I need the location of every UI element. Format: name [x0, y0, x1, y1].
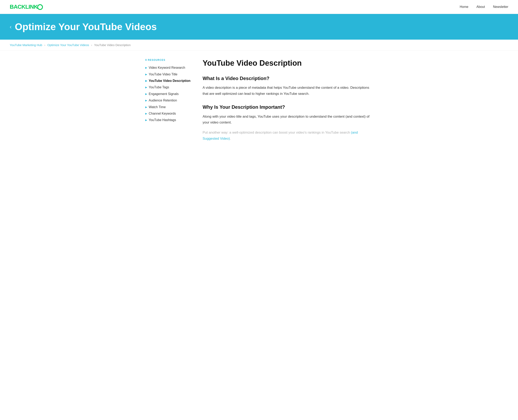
logo-o-circle: [37, 4, 43, 10]
breadcrumb-item-parent[interactable]: Optimize Your YouTube Videos: [47, 43, 89, 47]
sidebar-item-label: Watch Time: [149, 105, 166, 109]
section1-heading: What Is a Video Description?: [202, 75, 373, 82]
sidebar-item-tags[interactable]: ▶ YouTube Tags: [145, 85, 190, 90]
chevron-icon: ▶: [145, 73, 147, 76]
sidebar: 9 RESOURCES ▶ Video Keyword Research ▶ Y…: [145, 59, 190, 146]
chevron-icon: ▶: [145, 112, 147, 115]
sidebar-item-label: YouTube Video Description: [149, 79, 190, 83]
content-title: YouTube Video Description: [202, 59, 373, 68]
chevron-icon: ▶: [145, 99, 147, 102]
sidebar-item-engagement[interactable]: ▶ Engagement Signals: [145, 92, 190, 96]
chevron-icon: ▶: [145, 105, 147, 109]
section3-para: Put another way: a well-optimized descri…: [202, 130, 373, 142]
hero-title: Optimize Your YouTube Videos: [15, 21, 157, 32]
chevron-icon: ▶: [145, 79, 147, 83]
hero-banner: ‹ Optimize Your YouTube Videos: [0, 14, 518, 40]
chevron-icon: ▶: [145, 92, 147, 96]
sidebar-item-channel-keywords[interactable]: ▶ Channel Keywords: [145, 111, 190, 116]
breadcrumb-sep-1: ›: [44, 43, 45, 47]
section3-para-start: Put another way: a well-optimized descri…: [202, 131, 351, 135]
site-header: BACKLINK Home About Newsletter: [0, 0, 518, 14]
main-layout: 9 RESOURCES ▶ Video Keyword Research ▶ Y…: [136, 51, 382, 158]
sidebar-item-label: Audience Retention: [149, 98, 177, 103]
back-arrow-icon[interactable]: ‹: [10, 24, 12, 30]
chevron-icon: ▶: [145, 86, 147, 89]
section2-heading: Why Is Your Description Important?: [202, 104, 373, 110]
sidebar-item-video-description[interactable]: ▶ YouTube Video Description: [145, 79, 190, 83]
sidebar-item-label: Video Keyword Research: [149, 66, 185, 70]
sidebar-item-watch-time[interactable]: ▶ Watch Time: [145, 105, 190, 109]
breadcrumb-item-hub[interactable]: YouTube Marketing Hub: [10, 43, 42, 47]
sidebar-list: ▶ Video Keyword Research ▶ YouTube Video…: [145, 66, 190, 122]
sidebar-item-label: Channel Keywords: [149, 111, 176, 116]
site-logo[interactable]: BACKLINK: [10, 4, 43, 10]
nav-about[interactable]: About: [477, 5, 485, 9]
sidebar-item-label: YouTube Tags: [149, 85, 169, 90]
nav-home[interactable]: Home: [460, 5, 468, 9]
sidebar-item-keyword-research[interactable]: ▶ Video Keyword Research: [145, 66, 190, 70]
resources-label: 9 RESOURCES: [145, 59, 190, 61]
sidebar-item-audience-retention[interactable]: ▶ Audience Retention: [145, 98, 190, 103]
breadcrumb-sep-2: ›: [91, 43, 92, 47]
section3-para-end: .: [230, 137, 231, 141]
chevron-icon: ▶: [145, 119, 147, 122]
breadcrumb-current: YouTube Video Description: [94, 43, 131, 47]
section1-para: A video description is a piece of metada…: [202, 85, 373, 97]
breadcrumb: YouTube Marketing Hub › Optimize Your Yo…: [0, 40, 518, 51]
sidebar-item-video-title[interactable]: ▶ YouTube Video Title: [145, 72, 190, 77]
chevron-icon: ▶: [145, 66, 147, 69]
logo-text: BACKLINK: [10, 4, 38, 10]
section2-para: Along with your video title and tags, Yo…: [202, 114, 373, 126]
sidebar-item-hashtags[interactable]: ▶ YouTube Hashtags: [145, 118, 190, 122]
sidebar-item-label: Engagement Signals: [149, 92, 179, 96]
main-nav: Home About Newsletter: [460, 5, 508, 9]
nav-newsletter[interactable]: Newsletter: [493, 5, 508, 9]
main-content: YouTube Video Description What Is a Vide…: [202, 59, 373, 146]
sidebar-item-label: YouTube Hashtags: [149, 118, 176, 122]
sidebar-item-label: YouTube Video Title: [149, 72, 178, 77]
